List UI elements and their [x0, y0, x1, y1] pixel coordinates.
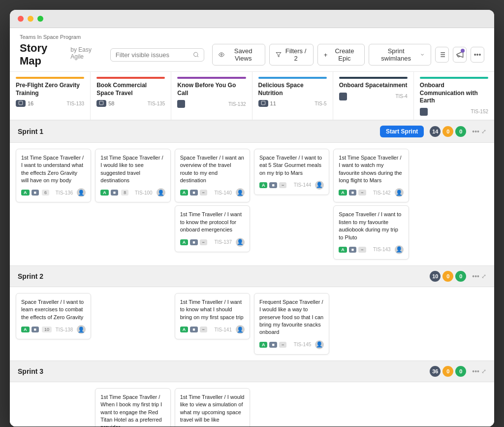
epic-col-0[interactable]: Pre-Flight Zero Gravity Training 16 TIS-…	[10, 72, 91, 120]
list-view-button[interactable]	[435, 47, 449, 63]
notification-button[interactable]	[453, 47, 467, 63]
filters-button[interactable]: Filters / 2	[269, 44, 314, 66]
saved-views-button[interactable]: Saved Views	[212, 44, 265, 66]
sprint-more-1[interactable]: •••	[472, 272, 479, 280]
sprint-title-2: Sprint 3	[18, 367, 430, 375]
epic-count-num: 16	[28, 100, 33, 106]
sprint-total-count-2: 36	[430, 366, 441, 377]
epic-title: Onboard Spacetainment	[339, 82, 408, 90]
card-id: TIS-144	[294, 182, 312, 188]
sprint-col-2-5	[411, 386, 490, 427]
tag-minus: −	[358, 247, 366, 253]
sprint-total-count-0: 14	[430, 126, 441, 137]
tag-square: ■	[349, 190, 356, 196]
sprint-more-0[interactable]: •••	[472, 128, 479, 135]
sprint-expand-1[interactable]: ⤢	[481, 273, 486, 280]
tag-a: A	[180, 190, 189, 196]
story-card-2-1-0[interactable]: 1st Time Space Travller / When I book my…	[95, 388, 170, 427]
epic-id: TIS-135	[148, 101, 165, 106]
epic-count-badge	[258, 100, 268, 107]
story-card-1-2-0[interactable]: 1st Time Traveller / I want to know what…	[175, 293, 250, 339]
start-sprint-button[interactable]: Start Sprint	[380, 126, 424, 137]
avatar-icon: 👤	[315, 340, 324, 349]
tag-minus: −	[200, 239, 207, 245]
square-icon	[18, 100, 23, 105]
epic-title: Book Commercial Space Travel	[96, 82, 165, 97]
more-options-button[interactable]: •••	[471, 47, 484, 63]
sprint-more-2[interactable]: •••	[472, 367, 479, 375]
story-card-0-0-0[interactable]: 1st Time Space Traveller / I want to und…	[16, 149, 91, 203]
create-epic-button[interactable]: + Create Epic	[317, 44, 365, 66]
epic-col-3[interactable]: Delicious Space Nutrition 11 TIS-5	[252, 72, 333, 120]
epic-meta: 11 TIS-5	[258, 100, 327, 107]
avatar-icon: 👤	[77, 188, 86, 197]
tag-square: ■	[190, 190, 197, 196]
epic-title: Pre-Flight Zero Gravity Training	[16, 82, 84, 97]
tag-minus: −	[200, 190, 207, 196]
search-input[interactable]	[116, 51, 190, 59]
sprint-col-0-3: Space Traveller / I want to eat 5 Star G…	[252, 147, 331, 262]
avatar-icon: 👤	[157, 188, 165, 197]
tag-a: A	[180, 327, 189, 332]
story-card-0-2-1[interactable]: 1st Time Traveller / I want to know the …	[175, 205, 250, 252]
sprint-col-2-1: 1st Time Space Travller / When I book my…	[93, 386, 172, 427]
card-footer: A■− TIS-141 👤	[180, 325, 245, 334]
avatar-icon: 👤	[77, 325, 86, 334]
sprint-expand-2[interactable]: ⤢	[481, 368, 486, 375]
square-icon	[99, 100, 104, 105]
app-content: Teams In Space Program Story Map by Easy…	[10, 28, 494, 427]
story-card-0-2-0[interactable]: Space Traveller / I want an overview of …	[175, 149, 250, 203]
epic-count-num: 11	[270, 100, 276, 106]
avatar-icon: 👤	[236, 325, 245, 334]
epic-title: Delicious Space Nutrition	[258, 82, 327, 97]
story-card-2-2-0[interactable]: 1st Time Traveller / I would like to vie…	[175, 388, 250, 427]
sprint-counts-0: 14 0 0	[430, 126, 466, 137]
card-text: 1st Time Space Traveller / I would like …	[100, 154, 165, 185]
epic-color-bar	[339, 77, 408, 79]
epic-meta: TIS-4	[339, 93, 408, 100]
card-text: 1st Time Space Travller / When I book my…	[100, 394, 165, 427]
story-card-1-0-0[interactable]: Space Traveller / I want to learn exerci…	[16, 293, 91, 339]
sprint-col-1-5	[411, 291, 490, 357]
story-card-0-4-0[interactable]: 1st Time Space Traveller / I want to wat…	[333, 149, 409, 203]
svg-rect-9	[19, 101, 23, 105]
epic-id: TIS-4	[395, 94, 407, 99]
maximize-button[interactable]	[37, 16, 43, 22]
epic-col-5[interactable]: Onboard Communication with Earth TIS-152	[414, 72, 494, 120]
epic-col-4[interactable]: Onboard Spacetainment TIS-4	[333, 72, 414, 120]
story-card-0-3-0[interactable]: Space Traveller / I want to eat 5 Star G…	[254, 149, 329, 195]
epic-meta: 16 TIS-133	[16, 100, 84, 107]
main-content[interactable]: Pre-Flight Zero Gravity Training 16 TIS-…	[10, 72, 494, 427]
epic-count	[177, 100, 185, 108]
svg-marker-2	[276, 53, 281, 57]
card-text: Space Traveller / I want to eat 5 Star G…	[259, 154, 324, 177]
sprint-expand-0[interactable]: ⤢	[481, 128, 486, 135]
close-button[interactable]	[18, 16, 24, 22]
epic-color-bar	[16, 77, 84, 79]
epic-meta: TIS-152	[420, 108, 488, 116]
epic-col-1[interactable]: Book Commercial Space Travel 58 TIS-135	[91, 72, 171, 120]
sprint-green-count-1: 0	[455, 271, 466, 282]
sprint-section-0: Sprint 1 Start Sprint 14 0 0 ••• ⤢ 1st T…	[10, 121, 494, 266]
sprint-section-2: Sprint 3 36 0 0 ••• ⤢ 1st Time Space Tra…	[10, 361, 494, 427]
list-icon	[438, 51, 446, 59]
card-footer: A■− TIS-142 👤	[339, 188, 403, 197]
sprint-swimlanes-button[interactable]: Sprint swimlanes	[369, 44, 431, 66]
tag-square: ■	[269, 182, 277, 188]
story-card-0-1-0[interactable]: 1st Time Space Traveller / I would like …	[95, 149, 170, 203]
epic-color-bar	[177, 77, 246, 79]
epics-row: Pre-Flight Zero Gravity Training 16 TIS-…	[10, 72, 494, 121]
minimize-button[interactable]	[28, 16, 33, 22]
app-header: Teams In Space Program Story Map by Easy…	[10, 28, 494, 72]
sprint-col-0-4: 1st Time Space Traveller / I want to wat…	[331, 147, 410, 262]
epic-id: TIS-5	[315, 101, 326, 106]
story-card-0-4-1[interactable]: Space Traveller / I want to listen to my…	[333, 205, 409, 260]
sprint-cards-0: 1st Time Space Traveller / I want to und…	[10, 143, 494, 265]
story-card-1-3-0[interactable]: Frequent Space Traveller / I would like …	[254, 293, 329, 355]
tag-minus: −	[279, 342, 286, 348]
search-box[interactable]	[110, 48, 204, 62]
epic-col-2[interactable]: Know Before You Go Call TIS-132	[171, 72, 252, 120]
epic-title: Onboard Communication with Earth	[420, 82, 488, 105]
sprint-header-0: Sprint 1 Start Sprint 14 0 0 ••• ⤢	[10, 121, 494, 143]
epic-count	[339, 93, 347, 100]
